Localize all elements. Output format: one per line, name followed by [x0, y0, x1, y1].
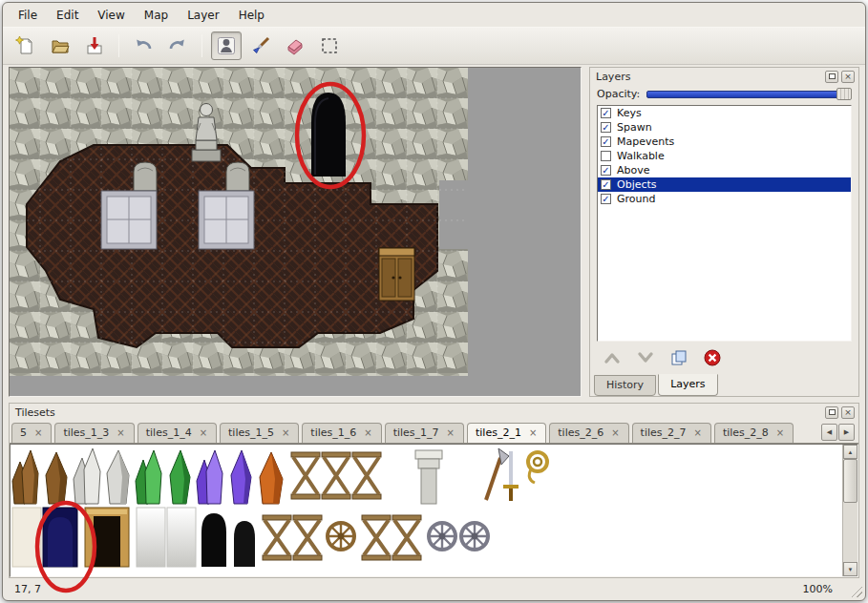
- menu-edit[interactable]: Edit: [49, 7, 86, 24]
- tab-close-icon[interactable]: ×: [446, 428, 455, 438]
- tileset-tab-tiles_1_4[interactable]: tiles_1_4 ×: [138, 423, 217, 443]
- layer-move-down-button[interactable]: [633, 347, 658, 368]
- select-region-tool-button[interactable]: [314, 31, 345, 60]
- layer-visibility-checkbox[interactable]: ✓: [601, 179, 611, 190]
- panel-close-button[interactable]: ×: [841, 406, 855, 419]
- tab-close-icon[interactable]: ×: [116, 428, 125, 438]
- tab-close-icon[interactable]: ×: [363, 428, 372, 438]
- tileset-tiles-image: [11, 445, 839, 571]
- tile-wood-railing: [392, 515, 421, 560]
- tile-column-capital: [415, 450, 442, 504]
- opacity-row: Opacity:: [590, 85, 858, 105]
- scrollbar-thumb[interactable]: [843, 459, 857, 503]
- menu-file[interactable]: File: [11, 7, 45, 24]
- panel-close-button[interactable]: ×: [841, 71, 855, 83]
- layer-row-keys[interactable]: ✓ Keys: [598, 106, 851, 120]
- chevron-down-icon: [636, 350, 655, 365]
- tab-close-icon[interactable]: ×: [33, 428, 43, 438]
- tilesets-panel: Tilesets × 5 × tiles_1_3 × tiles_1_4 ×: [9, 403, 859, 578]
- menu-map[interactable]: Map: [137, 7, 176, 24]
- brush-tool-button[interactable]: [245, 31, 276, 60]
- tileset-tab-tiles_2_6[interactable]: tiles_2_6 ×: [549, 423, 628, 443]
- tabs-scroll-left-button[interactable]: ◀: [821, 424, 837, 441]
- eraser-icon: [285, 35, 306, 56]
- map-canvas[interactable]: [9, 67, 582, 397]
- layer-visibility-checkbox[interactable]: ✓: [601, 165, 611, 176]
- layer-visibility-checkbox[interactable]: ✓: [601, 122, 611, 133]
- tile-wood-railing: [291, 452, 320, 499]
- layer-visibility-checkbox[interactable]: ✓: [601, 136, 611, 147]
- eraser-tool-button[interactable]: [280, 31, 310, 60]
- layer-move-up-button[interactable]: [600, 347, 625, 368]
- undo-button[interactable]: [128, 31, 159, 60]
- tabs-scroll-right-button[interactable]: ▶: [838, 424, 855, 441]
- tilesets-panel-title: Tilesets: [15, 406, 822, 419]
- tileset-tab-tiles_2_7[interactable]: tiles_2_7 ×: [632, 423, 711, 443]
- tab-close-icon[interactable]: ×: [281, 428, 290, 438]
- tileset-tab-tiles_2_8[interactable]: tiles_2_8 ×: [714, 423, 794, 443]
- save-icon: [84, 35, 105, 56]
- layer-row-objects[interactable]: ✓ Objects: [598, 177, 851, 192]
- tile-purple-crystals: [197, 450, 222, 504]
- tile-pale-block: [12, 508, 41, 567]
- tileset-tab-tiles_1_6[interactable]: tiles_1_6 ×: [302, 423, 381, 443]
- tile-green-crystals: [136, 450, 161, 504]
- panel-float-button[interactable]: [825, 71, 838, 83]
- tileset-tab-tiles_1_5[interactable]: tiles_1_5 ×: [220, 423, 299, 443]
- redo-button[interactable]: [162, 31, 193, 60]
- duplicate-layer-button[interactable]: [667, 347, 691, 368]
- layer-name: Walkable: [617, 150, 665, 162]
- layer-row-mapevents[interactable]: ✓ Mapevents: [598, 135, 851, 149]
- place-object-tool-button[interactable]: [211, 31, 242, 60]
- tileset-palette[interactable]: [11, 445, 842, 576]
- save-button[interactable]: [79, 31, 110, 60]
- new-file-button[interactable]: [11, 31, 41, 60]
- map-editor-window: File Edit View Map Layer Help: [2, 2, 866, 601]
- menu-view[interactable]: View: [90, 7, 132, 24]
- opacity-label: Opacity:: [597, 88, 640, 100]
- layer-row-spawn[interactable]: ✓ Spawn: [598, 120, 851, 135]
- tab-close-icon[interactable]: ×: [693, 428, 703, 438]
- main-area: Layers × Opacity: ✓ Keys ✓ Spawn: [3, 65, 865, 401]
- tileset-scrollbar[interactable]: ▲ ▼: [842, 445, 857, 576]
- tileset-tab-tiles_1_3[interactable]: tiles_1_3 ×: [54, 423, 134, 443]
- opacity-slider-handle[interactable]: [836, 88, 852, 100]
- tile-white-gradient: [167, 508, 196, 567]
- resize-grip[interactable]: [850, 585, 862, 597]
- toolbar-separator: [118, 34, 119, 57]
- open-button[interactable]: [45, 31, 75, 60]
- tab-layers[interactable]: Layers: [658, 374, 717, 396]
- tab-close-icon[interactable]: ×: [610, 428, 620, 438]
- delete-layer-button[interactable]: [700, 347, 725, 368]
- tile-gray-rock: [107, 450, 129, 504]
- layer-visibility-checkbox[interactable]: [601, 151, 611, 161]
- tile-wood-railing: [352, 452, 381, 499]
- scroll-up-button[interactable]: ▲: [843, 445, 857, 459]
- tab-history[interactable]: History: [594, 375, 656, 396]
- cursor-coordinates: 17, 7: [14, 583, 803, 595]
- layer-visibility-checkbox[interactable]: ✓: [601, 108, 611, 118]
- layer-visibility-checkbox[interactable]: ✓: [601, 194, 611, 204]
- tileset-tab-5[interactable]: 5 ×: [11, 423, 52, 443]
- tab-close-icon[interactable]: ×: [775, 428, 785, 438]
- tab-close-icon[interactable]: ×: [528, 428, 538, 438]
- layer-row-walkable[interactable]: Walkable: [598, 149, 851, 163]
- cabinet-object: [379, 248, 414, 301]
- tile-wood-railing: [263, 515, 291, 560]
- layer-name: Above: [617, 164, 650, 177]
- opacity-slider[interactable]: [646, 88, 852, 100]
- layer-actions-toolbar: [590, 342, 858, 372]
- tab-close-icon[interactable]: ×: [199, 428, 208, 438]
- panel-float-button[interactable]: [825, 406, 838, 419]
- menu-layer[interactable]: Layer: [180, 7, 226, 24]
- open-folder-icon: [50, 35, 71, 56]
- layer-row-above[interactable]: ✓ Above: [598, 163, 851, 177]
- scroll-down-button[interactable]: ▼: [843, 562, 857, 576]
- scrollbar-track[interactable]: [843, 459, 857, 562]
- layer-row-ground[interactable]: ✓ Ground: [598, 192, 851, 206]
- tileset-tab-tiles_2_1[interactable]: tiles_2_1 ×: [467, 423, 546, 443]
- layers-panel: Layers × Opacity: ✓ Keys ✓ Spawn: [589, 67, 859, 397]
- tileset-tab-tiles_1_7[interactable]: tiles_1_7 ×: [385, 423, 464, 443]
- layer-name: Keys: [617, 107, 642, 119]
- menu-help[interactable]: Help: [231, 7, 272, 24]
